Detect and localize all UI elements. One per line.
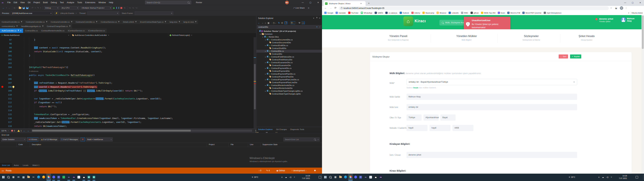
tree-item-ContractPaymentPlanLineDto[interactable]: ContractPaymentPlanLineDto <box>256 81 322 84</box>
breadcrumb-project[interactable]: C# Renter.AuthServer ▾ <box>1 33 70 37</box>
taskbar-idm-icon[interactable]: ↓ <box>62 174 66 180</box>
bookmark-Word PDF Çevirme[interactable]: WWord PDF Çevirme <box>522 12 541 14</box>
code-line-118[interactable]: 118 return Ok(newAccessToken); <box>0 124 256 128</box>
code-line-110[interactable]: 110 <box>0 93 256 97</box>
bookmark-YouTube[interactable]: ▶YouTube <box>348 12 358 14</box>
tree-item-ContractDraftDto.cs[interactable]: ▾C#ContractDraftDto.cs <box>256 44 322 47</box>
tree-item-ContractFieldHistoryDto[interactable]: ContractFieldHistoryDto <box>256 58 322 61</box>
profile-avatar[interactable]: M <box>620 6 623 10</box>
menu-analyze[interactable]: Analyze <box>65 0 76 5</box>
tree-item-ContractPaymentPlanDto[interactable]: ContractPaymentPlanDto <box>256 76 322 78</box>
solution-search-input[interactable]: contractDto ✕ ▾ <box>257 25 322 29</box>
code-line-103[interactable]: 103 <box>0 61 256 65</box>
pin-icon[interactable] <box>118 21 120 23</box>
back-dropdown-icon[interactable]: ▾ <box>6 7 7 9</box>
code-line-102[interactable]: 102 <box>0 58 256 61</box>
tree-item-ContractGuarantorDto.cs[interactable]: ▾C#ContractGuarantorDto.cs <box>256 61 322 64</box>
code-line-105[interactable]: 105 public async Task<IActionResult> Ref… <box>0 73 256 77</box>
taskbar-file-explorer-icon[interactable] <box>338 174 343 180</box>
bookmark-SABİS[interactable]: SSABİS <box>375 12 383 14</box>
clock[interactable]: 14:297.07.2021 <box>619 174 627 180</box>
code-line-117[interactable]: 117 _redisCacheHelper.Set(string.Format(… <box>0 120 256 124</box>
error-count-icon[interactable]: ✕ <box>11 130 13 132</box>
navigate-back-icon[interactable]: ← <box>2 6 5 9</box>
tree-item-ContractStateTypeChangeLogDto[interactable]: ContractStateTypeChangeLogDto <box>256 92 322 95</box>
se-pending-changes-icon[interactable]: ◷▾ <box>273 22 277 24</box>
taskbar-discord-icon[interactable] <box>51 174 56 180</box>
taskbar-start-icon[interactable] <box>323 174 328 180</box>
breadcrumb-member[interactable]: RefreshTokenLogin() ▾ <box>170 33 192 37</box>
chrome-menu-kebab-icon[interactable]: ⋮ <box>625 7 627 9</box>
panel-close-icon[interactable]: ✕ <box>319 17 320 19</box>
reading-list-button[interactable]: » Okuma listesi <box>628 10 643 15</box>
nav-item-Yönetilen Mülkler[interactable]: Yönetilen MülklerMülk Bilgileri <box>456 35 477 41</box>
document-tab-IContractService.cs[interactable]: IContractService.cs <box>86 28 107 33</box>
pin-icon[interactable] <box>96 21 97 23</box>
field-input-İsim / Ünvan[interactable]: deneme şirket <box>406 152 577 158</box>
taskbar-store-icon[interactable]: ⊞ <box>333 174 338 180</box>
column-header-Line[interactable]: Line <box>250 144 254 146</box>
browser-tab[interactable]: Sözleşme Oluştur | Kiracı ✕ <box>324 1 366 6</box>
code-line-109[interactable]: 109 if (string.IsNullOrEmpty(refreshToke… <box>0 89 256 93</box>
code-line-104[interactable]: 104 [HttpPost("RefreshTokenLogin")] <box>0 65 256 69</box>
vs-quick-search-input[interactable]: Search (Ctrl+Q) <box>145 1 191 4</box>
back-button[interactable]: ← Geri <box>559 54 568 58</box>
vs-account-avatar[interactable]: MA <box>285 1 289 4</box>
code-line-115[interactable]: 115 TokenHandler.Configuration = _config… <box>0 112 256 116</box>
error-list-search-input[interactable]: Search Error List ▾ <box>284 138 320 142</box>
tree-item-ContractDto.cs[interactable]: ▾C#ContractDto.cs <box>256 50 322 52</box>
code-line-97[interactable]: 97 } <box>0 38 256 42</box>
thread-dropdown[interactable]: ▾ <box>88 12 119 15</box>
stop-debug-icon[interactable] <box>120 7 122 9</box>
vs-code-editor[interactable]: 97 }9899 var content = await response.Co… <box>0 37 256 128</box>
code-line-99[interactable]: 99 var content = await response.Content.… <box>0 46 256 50</box>
document-tab-Detail.cshtml[interactable]: Detail.cshtml <box>121 20 138 24</box>
messages-filter-button[interactable]: ⓘ 0 of 17 Messages <box>60 138 80 142</box>
taskbar-app-teal-2-icon[interactable] <box>92 174 96 180</box>
code-line-107[interactable]: 107 var refreshToken = Request.Headers["… <box>0 81 256 85</box>
code-line-114[interactable]: 114 <box>0 108 256 112</box>
save-button[interactable]: ✓ Kaydet <box>570 54 581 58</box>
lifecycle-events-label[interactable]: Lifecycle Events <box>60 12 74 14</box>
tree-item-ContractDto[interactable]: ContractDto <box>256 52 322 56</box>
git-edits-count[interactable]: ✎ 4 <box>266 168 270 174</box>
code-line-98[interactable]: 98 <box>0 42 256 46</box>
menu-edit[interactable]: Edit <box>12 0 19 5</box>
active-company-block[interactable]: deneme şirket Yönetici Şirket <box>599 18 613 22</box>
bookmark-LinkedIn[interactable]: inLinkedIn <box>448 12 459 14</box>
step-over-icon[interactable]: ↪ <box>132 6 134 9</box>
navigate-forward-icon[interactable]: → <box>8 6 10 9</box>
document-tab-ContractService.cs[interactable]: ContractService.cs <box>99 20 121 24</box>
new-project-icon[interactable]: ⧉ <box>14 6 16 10</box>
code-line-106[interactable]: 106 { <box>0 77 256 81</box>
panel-tab-Error List[interactable]: Error List <box>0 163 12 168</box>
column-header-Suppression State[interactable]: Suppression State <box>262 144 278 146</box>
taskbar-mail-icon[interactable]: ✉ <box>16 174 21 180</box>
se-switch-view-icon[interactable]: ▣ <box>268 22 270 24</box>
notifications-bell-icon[interactable]: 🔔︎ <box>314 168 316 174</box>
document-tab-EnumContractStateType.cs[interactable]: EnumContractStateType.cs <box>138 20 168 24</box>
tree-item-ContractRenterInviteDto[interactable]: ContractRenterInviteDto <box>256 87 322 90</box>
nav-item-Yönetim Paneli[interactable]: Yönetim PaneliSon Gelişmeler & Raporlar <box>388 35 409 41</box>
tree-item-ContractFieldHistoryDto.cs[interactable]: ▾C#ContractFieldHistoryDto.cs <box>256 56 322 58</box>
menu-file[interactable]: File <box>6 0 12 5</box>
bookmark-Outlook[interactable]: OOutlook <box>400 12 409 14</box>
document-tab-ContractController.cs[interactable]: ContractController.cs <box>0 20 24 24</box>
search-options-icon[interactable]: ▾ <box>319 25 320 29</box>
menu-project[interactable]: Project <box>32 0 42 5</box>
step-into-icon[interactable]: ↪ <box>129 6 131 9</box>
tree-item-Renter.Dtos[interactable]: ▾C#Renter.Dtos <box>256 36 322 38</box>
live-share-button[interactable]: ↗ Live Share ☻ <box>292 5 310 10</box>
taskbar-weather[interactable]: ☀ 28°C <box>568 174 575 180</box>
menu-window[interactable]: Window <box>97 0 107 5</box>
property-select[interactable]: emlakçı bir - Bayat/Afyonkarahisar/Türki… <box>406 79 577 85</box>
bookmark-Binance[interactable]: ◆Binance <box>436 12 446 14</box>
taskbar-store-icon[interactable]: ⊞ <box>11 174 16 180</box>
process-dropdown[interactable]: [22068] AuthServer.exe▾ <box>11 12 53 15</box>
taskbar-camtasia-icon[interactable]: ca <box>378 174 383 180</box>
bookmark-mp3 Dönüştürücü[interactable]: ♪mp3 Dönüştürücü <box>544 12 561 14</box>
panel-tab-Solution Explorer[interactable]: Solution Explorer <box>256 127 274 132</box>
taskbar-calculator-icon[interactable]: ▦ <box>21 174 26 180</box>
nav-item-Sözleşmeler[interactable]: SözleşmelerSözleşmeler & Ödeme <box>522 35 540 41</box>
bookmark-WhatsApp[interactable]: ☎WhatsApp <box>361 12 372 14</box>
